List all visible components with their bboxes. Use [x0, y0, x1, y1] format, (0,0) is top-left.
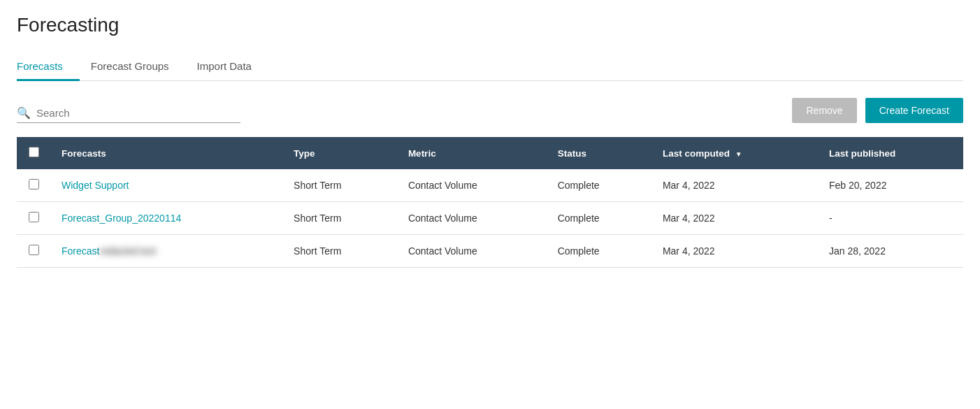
page-title: Forecasting [17, 14, 963, 36]
col-header-type: Type [282, 137, 397, 169]
col-header-last-computed[interactable]: Last computed ▼ [651, 137, 818, 169]
row-last-computed: Mar 4, 2022 [651, 169, 818, 202]
row-last-computed: Mar 4, 2022 [651, 235, 818, 268]
row-checkbox[interactable] [29, 245, 39, 255]
table-header-row: Forecasts Type Metric Status Last comput… [17, 137, 963, 169]
row-type: Short Term [282, 202, 397, 235]
col-header-status: Status [547, 137, 651, 169]
page-container: Forecasting Forecasts Forecast Groups Im… [0, 0, 980, 409]
row-forecast-name[interactable]: Widget Support [50, 169, 282, 202]
row-status: Complete [547, 202, 651, 235]
tab-import-data[interactable]: Import Data [197, 53, 268, 81]
tab-forecasts[interactable]: Forecasts [17, 53, 80, 81]
table-body: Widget SupportShort TermContact VolumeCo… [17, 169, 963, 268]
search-container: 🔍 [17, 106, 240, 123]
sort-icon: ▼ [735, 150, 742, 158]
row-last-published: Jan 28, 2022 [818, 235, 963, 268]
row-checkbox[interactable] [29, 212, 39, 222]
forecast-name-blurred: redacted text [99, 245, 156, 257]
table-row: Widget SupportShort TermContact VolumeCo… [17, 169, 963, 202]
tabs-bar: Forecasts Forecast Groups Import Data [17, 53, 963, 81]
row-metric: Contact Volume [397, 202, 547, 235]
row-checkbox-col [17, 235, 50, 268]
row-last-computed: Mar 4, 2022 [651, 202, 818, 235]
row-checkbox[interactable] [29, 179, 39, 189]
row-forecast-name[interactable]: Forecast_Group_20220114 [50, 202, 282, 235]
row-checkbox-col [17, 169, 50, 202]
row-metric: Contact Volume [397, 169, 547, 202]
row-type: Short Term [282, 169, 397, 202]
col-header-metric: Metric [397, 137, 547, 169]
forecast-link[interactable]: Forecast_Group_20220114 [62, 213, 181, 224]
row-last-published: Feb 20, 2022 [818, 169, 963, 202]
col-header-last-published: Last published [818, 137, 963, 169]
row-type: Short Term [282, 235, 397, 268]
search-input[interactable] [36, 107, 240, 119]
create-forecast-button[interactable]: Create Forecast [865, 98, 963, 123]
row-status: Complete [547, 235, 651, 268]
col-header-forecasts: Forecasts [50, 137, 282, 169]
search-icon: 🔍 [17, 106, 31, 120]
row-last-published: - [818, 202, 963, 235]
forecast-link[interactable]: Forecast [62, 245, 99, 257]
forecasts-table: Forecasts Type Metric Status Last comput… [17, 137, 963, 268]
row-status: Complete [547, 169, 651, 202]
table-row: Forecast_Group_20220114Short TermContact… [17, 202, 963, 235]
toolbar: 🔍 Remove Create Forecast [17, 98, 963, 123]
table-row: Forecast redacted textShort TermContact … [17, 235, 963, 268]
tab-forecast-groups[interactable]: Forecast Groups [91, 53, 186, 81]
row-metric: Contact Volume [397, 235, 547, 268]
header-checkbox-col [17, 137, 50, 169]
remove-button[interactable]: Remove [792, 98, 856, 123]
row-checkbox-col [17, 202, 50, 235]
row-forecast-name[interactable]: Forecast redacted text [50, 235, 282, 268]
select-all-checkbox[interactable] [29, 147, 39, 157]
forecast-link[interactable]: Widget Support [62, 180, 129, 191]
